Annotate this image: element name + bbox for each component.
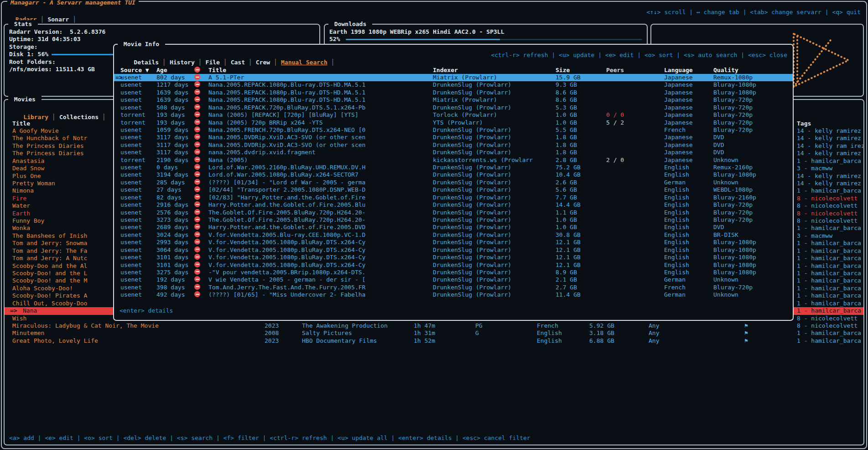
result-language: English [664, 269, 689, 276]
header-quality[interactable]: Quality [713, 67, 738, 74]
movie-tags: 14 - kelly ramirez [797, 173, 861, 180]
result-age: 3273 days [156, 216, 188, 224]
header-age[interactable]: Age [156, 67, 167, 74]
result-indexer: DrunkenSlug (Prowlarr) [433, 231, 511, 239]
modal-tab[interactable]: Cast│ [231, 59, 256, 66]
result-indexer: DrunkenSlug (Prowlarr) [433, 149, 511, 156]
movies-keybar: <a> add | <e> edit | <o> sort | <del> de… [9, 434, 530, 442]
modal-tab[interactable]: Details│ [134, 59, 170, 66]
header-language[interactable]: Language [664, 67, 693, 74]
search-result-row[interactable]: => usenet 27 days [02/44] "Transporter 2… [114, 186, 793, 194]
search-result-row[interactable]: => usenet 3273 days The.Goblet.Of.Fire.2… [114, 216, 793, 224]
result-source: usenet [120, 291, 142, 298]
movie-title: Dead Snow [12, 165, 44, 172]
movie-studio: The Awakening Production [302, 322, 388, 330]
result-source: usenet [120, 164, 142, 171]
result-indexer: DrunkenSlug (Prowlarr) [433, 81, 511, 89]
search-result-row[interactable]: => usenet 3024 days V.for.Vendetta.2005.… [114, 231, 793, 239]
search-result-row[interactable]: => torrent 193 days Nana (2005) [REPACK]… [114, 111, 793, 119]
search-result-row[interactable]: => usenet 2916 days Harry.Potter.and.the… [114, 201, 793, 209]
result-age: 285 days [156, 179, 185, 186]
search-result-row[interactable]: => torrent 193 days Nana (2005) 720p BRR… [114, 119, 793, 126]
result-size: 15.9 GB [556, 74, 581, 81]
search-result-row[interactable]: => usenet 3101 days V.for.Vendetta.2005.… [114, 254, 793, 261]
movie-year: 2008 [265, 330, 279, 337]
search-result-row[interactable]: => usenet 285 days (????) [01/34] - "Lor… [114, 179, 793, 186]
movie-title: Minutemen [12, 330, 44, 337]
search-result-row[interactable]: => usenet 3117 days nana.2005.dvdrip.xvi… [114, 149, 793, 156]
header-title[interactable]: Title [208, 67, 226, 74]
monitored-flag-icon: ⚑ [744, 330, 748, 337]
movie-studio: HBO Documentary Films [302, 337, 377, 345]
search-result-row[interactable]: => usenet 508 days Nana.2005.REPACK.720p… [114, 104, 793, 111]
header-peers[interactable]: Peers [606, 67, 624, 74]
movie-title: The Princess Diaries [12, 142, 84, 150]
result-indexer: DrunkenSlug (Prowlarr) [433, 284, 511, 291]
movies-panel-title: Movies [8, 95, 42, 103]
search-result-row[interactable]: => usenet 1639 days Nana.2005.REPACK.108… [114, 89, 793, 96]
search-result-row[interactable]: => usenet 802 days A 5.1-PTer Miatrix (P… [114, 74, 793, 81]
header-source[interactable]: Source ▼ [120, 67, 149, 74]
result-size: 1.8 GB [556, 134, 577, 141]
movie-tags: 14 - kelly ram irez [797, 142, 865, 150]
movie-tags: 1 - hamilcar_barca [797, 330, 861, 337]
result-source: usenet [120, 74, 142, 81]
result-title: Nana.2005.REPACK.1080p.Blu-ray.DTS-HD.MA… [208, 89, 365, 96]
result-language: English [664, 224, 689, 231]
header-size[interactable]: Size [556, 67, 570, 74]
result-size: 12.1 GB [556, 254, 581, 261]
download-percent: 52% [329, 36, 340, 43]
result-indexer: DrunkenSlug (Prowlarr) [433, 179, 511, 186]
stats-panel-title: Stats [8, 20, 38, 28]
result-language: French [664, 126, 686, 134]
result-title: Lord.of.War.2005.1080p.BluRay.x264-SECTO… [208, 171, 359, 178]
search-result-row[interactable]: => usenet 398 days Tom.And.Jerry.The.Fas… [114, 284, 793, 291]
search-result-row[interactable]: => usenet 3101 days V.for.Vendetta.2005.… [114, 262, 793, 269]
modal-tab[interactable]: History│ [170, 59, 206, 66]
result-source: torrent [120, 111, 146, 119]
search-result-row[interactable]: => usenet 192 days V wie Vendetta - 2005… [114, 276, 793, 283]
modal-tab[interactable]: Crew│ [256, 59, 281, 66]
movie-title: A Goofy Movie [12, 127, 59, 135]
result-indexer: DrunkenSlug (Prowlarr) [433, 194, 511, 201]
search-result-row[interactable]: => usenet 2993 days V.for.Vendetta.2005.… [114, 239, 793, 246]
search-result-row[interactable]: => usenet 1639 days Nana.2005.REPACK.108… [114, 96, 793, 104]
rejected-icon [194, 74, 200, 80]
search-result-row[interactable]: => usenet 2689 days Harry.Potter.and.the… [114, 224, 793, 231]
header-indexer[interactable]: Indexer [433, 67, 458, 74]
movie-title: Nimona [12, 187, 34, 194]
rejected-icon [194, 216, 200, 222]
search-result-row[interactable]: => usenet 3117 days Nana.2005.DVDRip.Xvi… [114, 141, 793, 149]
search-result-row[interactable]: => torrent 2190 days Nana (2005) kickass… [114, 157, 793, 164]
search-result-row[interactable]: => usenet 1217 days Nana.2005.REPACK.108… [114, 81, 793, 89]
result-age: 2916 days [156, 201, 188, 209]
search-result-row[interactable]: => usenet 0 days Lord.of.War.2005.2160p.… [114, 164, 793, 171]
result-language: Japanese [664, 89, 693, 96]
search-result-row[interactable]: => usenet 3275 days -"V pour vendetta.20… [114, 269, 793, 276]
result-age: 1059 days [156, 126, 188, 134]
search-results-list: => usenet 802 days A 5.1-PTer Miatrix (P… [114, 74, 793, 299]
rejected-icon [194, 157, 200, 162]
modal-tab[interactable]: File│ [206, 59, 231, 66]
search-result-row[interactable]: => usenet 2576 days The.Goblet.Of.Fire.2… [114, 209, 793, 216]
rejected-icon [194, 194, 200, 200]
search-result-row[interactable]: => usenet 3117 days Nana.2005.DVDRip.Xvi… [114, 134, 793, 141]
result-size: 30.8 GB [556, 231, 581, 239]
downloads-panel-title: Downloads [328, 20, 372, 28]
search-result-row[interactable]: => usenet 1059 days Nana.2005.FRENCH.720… [114, 126, 793, 134]
movie-tags: 1 - hamilcar_barca [797, 255, 861, 262]
result-source: usenet [120, 134, 142, 141]
result-quality: Bluray-1080p [713, 81, 756, 89]
result-source: usenet [120, 194, 142, 201]
search-result-row[interactable]: => usenet 3064 days V.for.Vendetta.2005.… [114, 246, 793, 254]
result-language: Japanese [664, 111, 693, 119]
search-result-row[interactable]: => usenet 82 days [02/83] "Harry.Potter.… [114, 194, 793, 201]
result-source: usenet [120, 209, 142, 216]
movies-tab[interactable]: Collections│ [59, 114, 109, 120]
result-language: Japanese [664, 149, 693, 156]
search-result-row[interactable]: => usenet 492 days (????) [01/65] - "Mis… [114, 291, 793, 298]
search-result-row[interactable]: => usenet 3194 days Lord.of.War.2005.108… [114, 171, 793, 178]
movie-runtime: 1h 47m [414, 322, 435, 330]
modal-tab[interactable]: Manual Search│ [281, 59, 338, 66]
servarr-tab[interactable]: Sonarr│ [47, 16, 80, 23]
